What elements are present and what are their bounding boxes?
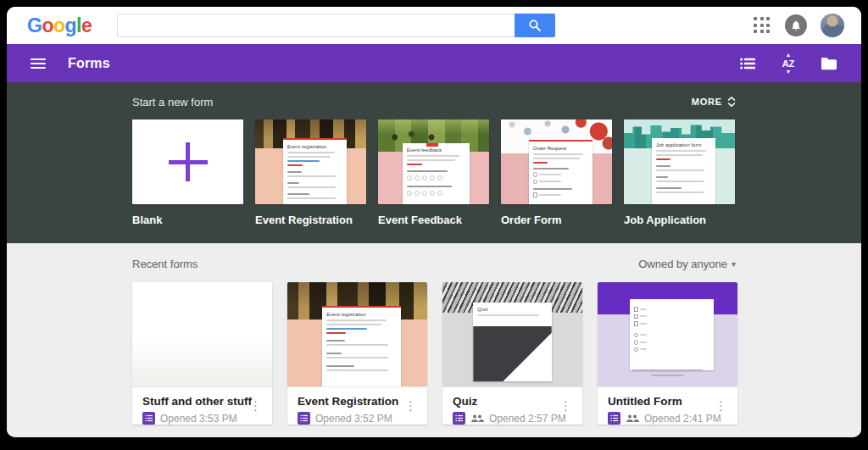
- search-input[interactable]: [117, 14, 515, 37]
- forms-app-bar: Forms ▲AZ▼: [7, 44, 861, 82]
- recent-card-untitled[interactable]: Untitled Form Opened 2:41 PM ⋮: [598, 282, 737, 425]
- shared-people-icon: [470, 414, 484, 423]
- kebab-menu-icon[interactable]: ⋮: [246, 397, 265, 414]
- template-card-job-application[interactable]: Job application form Job Application: [624, 119, 735, 226]
- more-templates-button[interactable]: MORE: [692, 95, 736, 108]
- thumb-caption-line: [651, 375, 685, 376]
- template-label: Event Registration: [255, 214, 366, 226]
- forms-icon: [608, 412, 620, 425]
- recent-section-title: Recent forms: [132, 258, 198, 270]
- kebab-menu-icon[interactable]: ⋮: [711, 397, 731, 414]
- folder-icon[interactable]: [819, 53, 839, 74]
- event-feedback-thumbnail[interactable]: Event feedback: [378, 119, 489, 204]
- thumb-form-title: Order Request: [533, 146, 589, 151]
- more-label: MORE: [692, 97, 722, 107]
- template-label: Event Feedback: [378, 214, 489, 226]
- thumb-form-panel: Order Request: [529, 140, 593, 204]
- bell-icon: [790, 19, 802, 31]
- thumb-caption-line: [632, 369, 703, 371]
- event-registration-thumbnail[interactable]: Event registration: [255, 119, 366, 204]
- google-logo[interactable]: Google: [27, 14, 92, 37]
- blank-thumbnail[interactable]: [132, 119, 243, 204]
- appbar-actions: ▲AZ▼: [737, 53, 839, 74]
- template-gallery-section: Start a new form MORE Blank: [7, 82, 861, 243]
- form-thumbnail[interactable]: [598, 282, 737, 387]
- browser-window: Google Forms: [7, 7, 861, 437]
- template-label: Order Form: [501, 214, 612, 226]
- opened-timestamp: Opened 3:52 PM: [315, 413, 392, 425]
- filter-label: Owned by anyone: [638, 258, 727, 270]
- template-cards-row: Blank Event registration: [132, 119, 736, 226]
- recent-card-stuff[interactable]: Stuff and other stuff Opened 3:53 PM ⋮: [132, 282, 272, 425]
- form-title: Stuff and other stuff: [142, 395, 262, 408]
- thumb-form-panel: Quiz: [473, 303, 551, 381]
- google-top-bar: Google: [7, 7, 861, 44]
- thumb-form-title: Quiz: [477, 307, 547, 312]
- recent-card-event-registration[interactable]: Event registration Event Registration: [287, 282, 427, 425]
- logo-letter: o: [42, 14, 53, 37]
- form-title: Quiz: [453, 395, 572, 408]
- form-title: Event Registration: [298, 395, 417, 408]
- plus-icon: [169, 142, 208, 181]
- logo-letter: e: [81, 14, 92, 37]
- template-card-blank[interactable]: Blank: [132, 119, 243, 226]
- opened-timestamp: Opened 2:41 PM: [644, 413, 721, 425]
- app-title: Forms: [68, 56, 110, 71]
- thumb-form-title: Event feedback: [407, 147, 465, 153]
- thumb-form-title: Event registration: [287, 144, 343, 149]
- kebab-menu-icon[interactable]: ⋮: [556, 397, 576, 414]
- sort-az-icon[interactable]: ▲AZ▼: [778, 53, 798, 74]
- thumb-form-panel: Event feedback: [403, 143, 470, 204]
- form-title: Untitled Form: [608, 395, 727, 408]
- form-thumbnail[interactable]: Quiz: [442, 282, 582, 387]
- form-thumbnail[interactable]: Event registration: [287, 282, 427, 387]
- opened-timestamp: Opened 3:53 PM: [160, 413, 237, 425]
- template-label: Blank: [132, 214, 243, 226]
- logo-letter: G: [27, 14, 42, 37]
- template-card-event-feedback[interactable]: Event feedback Event Feedback: [378, 119, 489, 226]
- thumb-form-panel: Event registration: [322, 306, 401, 386]
- search-bar: [117, 14, 555, 37]
- shared-people-icon: [626, 414, 639, 423]
- apps-grid-icon[interactable]: [753, 16, 771, 35]
- caret-down-icon: ▾: [732, 259, 736, 269]
- owned-by-filter[interactable]: Owned by anyone ▾: [638, 258, 736, 270]
- list-view-icon[interactable]: [737, 53, 758, 74]
- hamburger-icon[interactable]: [31, 56, 46, 71]
- logo-letter: g: [65, 14, 77, 37]
- template-section-title: Start a new form: [132, 96, 213, 108]
- forms-icon: [298, 412, 310, 425]
- magnifier-icon: [528, 19, 542, 32]
- thumb-form-panel: Job application form: [652, 138, 716, 204]
- forms-icon: [142, 412, 155, 425]
- recent-forms-section: Recent forms Owned by anyone ▾ Stuff and…: [7, 243, 861, 437]
- thumb-form-title: Job application form: [656, 142, 712, 147]
- thumb-form-panel: Event registration: [283, 138, 348, 204]
- recent-card-quiz[interactable]: Quiz Quiz: [442, 282, 582, 425]
- job-application-thumbnail[interactable]: Job application form: [624, 119, 735, 204]
- user-avatar[interactable]: [821, 14, 844, 37]
- template-card-order-form[interactable]: Order Request Order Form: [501, 119, 612, 226]
- chevrons-up-down-icon: [727, 95, 736, 108]
- thumb-dark-shape: [473, 326, 551, 381]
- forms-icon: [453, 412, 465, 425]
- kebab-menu-icon[interactable]: ⋮: [401, 397, 420, 414]
- thumb-form-title: Event registration: [326, 312, 397, 317]
- topbar-actions: [753, 7, 844, 44]
- notifications-button[interactable]: [785, 14, 807, 36]
- thumb-form-panel: [630, 299, 714, 370]
- template-card-event-registration[interactable]: Event registration Event Registration: [255, 119, 366, 226]
- recent-cards-row: Stuff and other stuff Opened 3:53 PM ⋮: [132, 282, 736, 425]
- search-button[interactable]: [515, 14, 555, 37]
- logo-letter: o: [53, 14, 65, 37]
- template-label: Job Application: [624, 214, 735, 226]
- form-thumbnail[interactable]: [132, 282, 272, 387]
- opened-timestamp: Opened 2:57 PM: [489, 413, 566, 425]
- order-form-thumbnail[interactable]: Order Request: [501, 119, 612, 204]
